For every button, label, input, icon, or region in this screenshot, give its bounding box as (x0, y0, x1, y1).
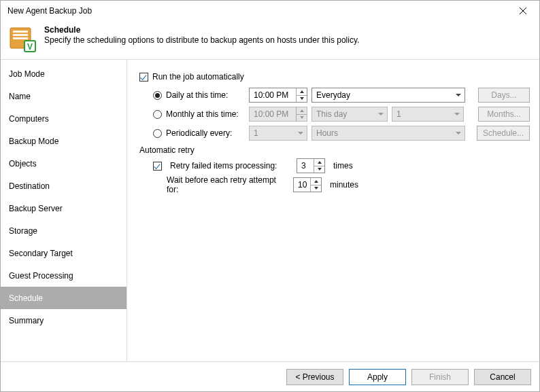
wizard-steps-sidebar: Job Mode Name Computers Backup Mode Obje… (1, 60, 127, 361)
daily-label: Daily at this time: (166, 90, 228, 100)
retry-wait-label: Wait before each retry attempt for: (167, 175, 289, 194)
run-automatically-row: Run the job automatically (139, 68, 530, 86)
svg-marker-13 (318, 168, 322, 171)
retry-failed-label: Retry failed items processing: (170, 161, 292, 171)
sidebar-item-backup-mode[interactable]: Backup Mode (1, 130, 126, 152)
sidebar-item-computers[interactable]: Computers (1, 107, 126, 130)
daily-time-input[interactable]: 10:00 PM (249, 88, 307, 103)
sidebar-item-label: Objects (9, 159, 37, 168)
daily-radio[interactable] (153, 91, 162, 100)
svg-marker-15 (314, 187, 318, 190)
sidebar-item-label: Backup Server (9, 204, 63, 213)
monthly-label: Monthly at this time: (166, 109, 239, 119)
apply-button[interactable]: Apply (349, 369, 406, 385)
sidebar-item-name[interactable]: Name (1, 85, 126, 107)
periodic-value-select: 1 (249, 126, 307, 141)
monthly-radio[interactable] (153, 110, 162, 119)
daily-time-value: 10:00 PM (254, 90, 288, 100)
svg-marker-9 (300, 97, 304, 100)
spin-up-button (297, 107, 307, 114)
cancel-button[interactable]: Cancel (474, 369, 531, 385)
svg-text:V: V (27, 42, 33, 52)
close-button[interactable] (511, 3, 535, 19)
monthly-which-select: This day (311, 107, 388, 122)
svg-rect-4 (13, 34, 28, 36)
automatic-retry-heading: Automatic retry (139, 145, 530, 155)
finish-button: Finish (411, 369, 469, 385)
retry-wait-row: Wait before each retry attempt for: 10 m… (167, 175, 530, 194)
page-description: Specify the scheduling options to distri… (44, 35, 359, 45)
retry-count-input[interactable]: 3 (297, 158, 325, 173)
spin-down-button[interactable] (311, 185, 321, 192)
sidebar-item-label: Backup Mode (9, 137, 58, 146)
retry-times-suffix: times (333, 161, 353, 171)
page-title: Schedule (44, 25, 359, 35)
sidebar-item-label: Secondary Target (9, 249, 73, 258)
retry-wait-value: 10 (298, 180, 307, 190)
body: Job Mode Name Computers Backup Mode Obje… (1, 60, 539, 361)
daily-day-select[interactable]: Everyday (311, 88, 465, 103)
monthly-which-value: This day (316, 109, 347, 119)
sidebar-item-label: Computers (9, 114, 49, 124)
periodic-label: Periodically every: (166, 128, 232, 138)
previous-button[interactable]: < Previous (286, 369, 343, 385)
spin-down-button (297, 114, 307, 122)
main-panel: Run the job automatically Daily at this … (127, 60, 539, 361)
periodic-unit-value: Hours (316, 128, 338, 138)
schedule-button: Schedule... (477, 126, 530, 141)
svg-marker-11 (300, 116, 304, 119)
sidebar-item-storage[interactable]: Storage (1, 219, 126, 242)
days-button: Days... (478, 88, 530, 103)
monthly-row: Monthly at this time: 10:00 PM This day … (153, 105, 530, 124)
svg-marker-10 (300, 109, 304, 112)
spin-up-button[interactable] (314, 159, 324, 166)
periodic-value: 1 (254, 128, 258, 138)
run-automatically-checkbox[interactable] (139, 73, 148, 82)
dialog-window: New Agent Backup Job V Schedule Specify … (0, 0, 540, 392)
svg-marker-12 (318, 161, 322, 164)
header: V Schedule Specify the scheduling option… (1, 21, 539, 60)
sidebar-item-label: Guest Processing (9, 271, 73, 281)
daily-row: Daily at this time: 10:00 PM Everyday Da… (153, 86, 530, 105)
sidebar-item-summary[interactable]: Summary (1, 309, 126, 332)
sidebar-item-label: Destination (9, 181, 50, 191)
monthly-time-input: 10:00 PM (249, 107, 307, 122)
retry-wait-input[interactable]: 10 (293, 177, 322, 192)
sidebar-item-secondary-target[interactable]: Secondary Target (1, 242, 126, 264)
periodic-row: Periodically every: 1 Hours Schedule... (153, 124, 530, 143)
retry-failed-checkbox[interactable] (153, 162, 162, 171)
sidebar-item-schedule[interactable]: Schedule (1, 287, 126, 309)
titlebar: New Agent Backup Job (1, 1, 539, 21)
spin-down-button[interactable] (297, 95, 307, 103)
sidebar-item-guest-processing[interactable]: Guest Processing (1, 264, 126, 287)
svg-marker-14 (314, 180, 318, 183)
monthly-day-select: 1 (392, 107, 464, 122)
sidebar-item-objects[interactable]: Objects (1, 152, 126, 175)
sidebar-item-destination[interactable]: Destination (1, 175, 126, 197)
sidebar-item-label: Summary (9, 316, 44, 325)
sidebar-item-backup-server[interactable]: Backup Server (1, 197, 126, 219)
sidebar-item-label: Schedule (9, 293, 43, 303)
retry-wait-suffix: minutes (330, 180, 358, 190)
spin-up-button[interactable] (297, 88, 307, 95)
sidebar-item-label: Name (9, 92, 31, 101)
svg-marker-8 (300, 90, 304, 93)
retry-failed-row: Retry failed items processing: 3 times (153, 156, 530, 175)
periodic-radio[interactable] (153, 129, 162, 138)
periodic-unit-select: Hours (311, 126, 465, 141)
header-text: Schedule Specify the scheduling options … (44, 24, 359, 54)
schedule-wizard-icon: V (7, 24, 37, 54)
retry-count-value: 3 (301, 161, 306, 171)
monthly-day-value: 1 (396, 109, 401, 119)
window-title: New Agent Backup Job (7, 6, 511, 16)
monthly-time-value: 10:00 PM (254, 109, 288, 119)
sidebar-item-job-mode[interactable]: Job Mode (1, 63, 126, 85)
run-automatically-label: Run the job automatically (152, 72, 244, 82)
footer: < Previous Apply Finish Cancel (1, 361, 539, 391)
daily-day-value: Everyday (316, 90, 350, 100)
spin-up-button[interactable] (311, 178, 321, 185)
svg-rect-3 (13, 31, 28, 33)
spin-down-button[interactable] (314, 166, 324, 173)
sidebar-item-label: Job Mode (9, 69, 45, 79)
close-icon (520, 7, 526, 14)
